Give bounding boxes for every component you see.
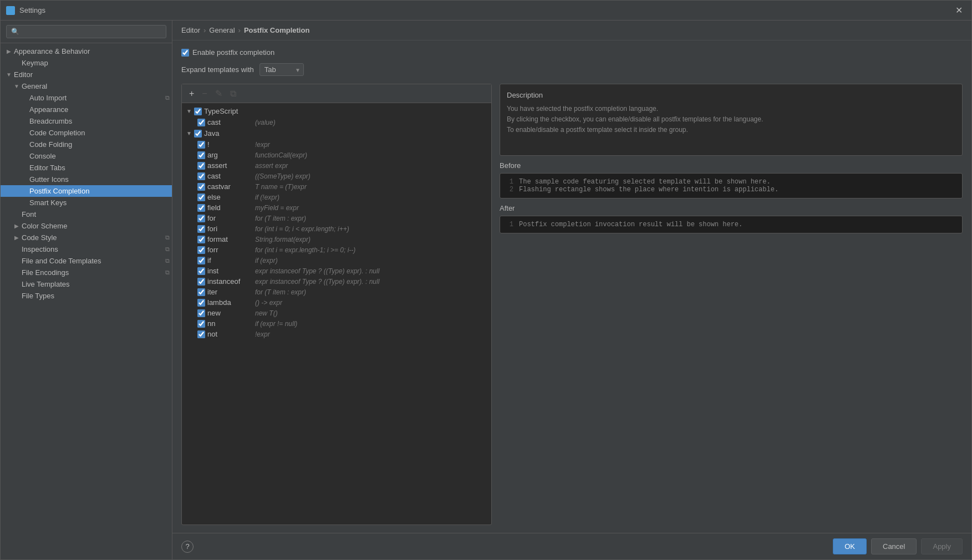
close-button[interactable]: ✕: [952, 4, 966, 17]
expand-dropdown[interactable]: Tab Space Enter: [259, 63, 304, 76]
template-item-nn[interactable]: nn if (expr != null): [182, 318, 491, 329]
template-group-java[interactable]: ▼ Java: [182, 128, 491, 139]
template-item-arg[interactable]: arg functionCall(expr): [182, 150, 491, 160]
item-checkbox[interactable]: [197, 119, 205, 126]
sidebar-item-postfix-completion[interactable]: Postfix Completion: [1, 185, 172, 197]
template-item-castvar[interactable]: castvar T name = (T)expr: [182, 181, 491, 192]
group-checkbox[interactable]: [194, 108, 202, 115]
item-checkbox[interactable]: [197, 330, 205, 338]
sidebar-item-appearance-behavior[interactable]: ▶Appearance & Behavior: [1, 45, 172, 57]
template-item-assert[interactable]: assert assert expr: [182, 160, 491, 171]
sidebar-item-label: Keymap: [21, 59, 172, 67]
sidebar-item-label: Postfix Completion: [28, 187, 172, 195]
template-item-lambda[interactable]: lambda () -> expr: [182, 297, 491, 308]
templates-left: + − ✎ ⧉ ▼ TypeScript cast (value) ▼ Java: [181, 84, 492, 525]
sidebar-item-file-types[interactable]: File Types: [1, 290, 172, 302]
item-checkbox[interactable]: [197, 162, 205, 170]
sidebar-item-gutter-icons[interactable]: Gutter Icons: [1, 174, 172, 185]
group-checkbox[interactable]: [194, 130, 202, 138]
item-desc: String.format(expr): [255, 236, 311, 243]
template-item-field[interactable]: field myField = expr: [182, 202, 491, 213]
item-checkbox[interactable]: [197, 299, 205, 307]
sidebar-item-font[interactable]: Font: [1, 208, 172, 220]
copy-button[interactable]: ⧉: [227, 87, 239, 100]
sidebar-item-code-completion[interactable]: Code Completion: [1, 127, 172, 139]
template-item-else[interactable]: else if (!expr): [182, 192, 491, 202]
template-item-new[interactable]: new new T(): [182, 308, 491, 318]
edit-button[interactable]: ✎: [212, 86, 225, 100]
item-checkbox[interactable]: [197, 141, 205, 149]
sidebar-item-appearance[interactable]: Appearance: [1, 104, 172, 115]
template-item-forr[interactable]: forr for (int i = expr.length-1; i >= 0;…: [182, 245, 491, 255]
template-item-if[interactable]: if if (expr): [182, 255, 491, 266]
apply-button[interactable]: Apply: [921, 538, 963, 554]
item-checkbox[interactable]: [197, 267, 205, 275]
sidebar-item-color-scheme[interactable]: ▶Color Scheme: [1, 220, 172, 232]
item-checkbox[interactable]: [197, 215, 205, 222]
enable-checkbox[interactable]: [181, 49, 189, 57]
ok-button[interactable]: OK: [833, 538, 867, 554]
sidebar-item-file-code-templates[interactable]: File and Code Templates⧉: [1, 255, 172, 267]
template-item-inst[interactable]: inst expr instanceof Type ? ((Type) expr…: [182, 266, 491, 276]
sidebar-item-auto-import[interactable]: Auto Import⧉: [1, 92, 172, 104]
sidebar-item-code-style[interactable]: ▶Code Style⧉: [1, 232, 172, 243]
sidebar-item-general[interactable]: ▼General: [1, 80, 172, 92]
item-checkbox[interactable]: [197, 257, 205, 264]
action-buttons: OK Cancel Apply: [833, 538, 963, 554]
sidebar-item-live-templates[interactable]: Live Templates: [1, 278, 172, 290]
item-checkbox[interactable]: [197, 151, 205, 159]
right-panel: Editor › General › Postfix Completion En…: [172, 21, 971, 559]
template-item-for[interactable]: for for (T item : expr): [182, 213, 491, 223]
template-item-iter[interactable]: iter for (T item : expr): [182, 287, 491, 297]
item-key: if: [207, 256, 252, 264]
remove-button[interactable]: −: [199, 87, 210, 100]
line-code: Postfix completion invocation result wil…: [519, 221, 742, 228]
cancel-button[interactable]: Cancel: [871, 538, 917, 554]
item-checkbox[interactable]: [197, 236, 205, 243]
item-checkbox[interactable]: [197, 172, 205, 180]
sidebar-item-code-folding[interactable]: Code Folding: [1, 139, 172, 150]
template-item-![interactable]: ! !expr: [182, 139, 491, 150]
sidebar-item-keymap[interactable]: Keymap: [1, 57, 172, 69]
sidebar-item-label: Live Templates: [21, 280, 172, 288]
template-item-cast[interactable]: cast ((SomeType) expr): [182, 171, 491, 181]
add-button[interactable]: +: [186, 87, 197, 100]
item-desc: if (expr != null): [255, 320, 297, 328]
template-item-cast[interactable]: cast (value): [182, 117, 491, 128]
sidebar-item-label: Editor: [13, 70, 172, 79]
line-number: 2: [505, 186, 513, 194]
item-checkbox[interactable]: [197, 194, 205, 201]
item-key: castvar: [207, 182, 252, 191]
sidebar-item-breadcrumbs[interactable]: Breadcrumbs: [1, 115, 172, 127]
template-group-typescript[interactable]: ▼ TypeScript: [182, 105, 491, 117]
sidebar-item-file-encodings[interactable]: File Encodings⧉: [1, 267, 172, 278]
sidebar-item-inspections[interactable]: Inspections⧉: [1, 243, 172, 255]
item-checkbox[interactable]: [197, 309, 205, 317]
tree-arrow-icon: ▶: [13, 235, 21, 241]
item-checkbox[interactable]: [197, 204, 205, 212]
expand-row: Expand templates with Tab Space Enter ▼: [181, 63, 963, 76]
template-item-not[interactable]: not !expr: [182, 329, 491, 339]
template-item-fori[interactable]: fori for (int i = 0; i < expr.length; i+…: [182, 223, 491, 234]
item-checkbox[interactable]: [197, 246, 205, 254]
enable-label[interactable]: Enable postfix completion: [192, 48, 274, 57]
item-checkbox[interactable]: [197, 320, 205, 328]
sidebar-item-label: File Encodings: [21, 268, 165, 277]
search-input[interactable]: [6, 25, 166, 38]
help-button[interactable]: ?: [181, 541, 194, 553]
sidebar-item-editor[interactable]: ▼Editor: [1, 69, 172, 80]
code-line: 2Flashing rectangle shows the place wher…: [505, 186, 958, 194]
app-icon: [6, 6, 15, 15]
sidebar-item-editor-tabs[interactable]: Editor Tabs: [1, 162, 172, 174]
item-checkbox[interactable]: [197, 288, 205, 296]
item-checkbox[interactable]: [197, 225, 205, 233]
sidebar-item-console[interactable]: Console: [1, 150, 172, 162]
item-checkbox[interactable]: [197, 278, 205, 286]
template-item-instanceof[interactable]: instanceof expr instanceof Type ? ((Type…: [182, 276, 491, 287]
sidebar-item-smart-keys[interactable]: Smart Keys: [1, 197, 172, 208]
tree-arrow-icon: ▶: [5, 48, 13, 54]
code-line: 1Postfix completion invocation result wi…: [505, 221, 958, 228]
template-item-format[interactable]: format String.format(expr): [182, 234, 491, 245]
item-checkbox[interactable]: [197, 183, 205, 191]
item-key: arg: [207, 151, 252, 159]
